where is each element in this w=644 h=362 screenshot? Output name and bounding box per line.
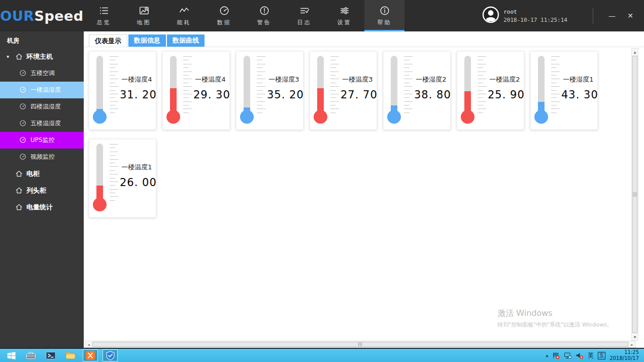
scale-tick bbox=[257, 75, 262, 76]
sidebar-item-列头柜[interactable]: 列头柜 bbox=[0, 182, 84, 199]
scale-tick bbox=[551, 90, 557, 91]
taskbar-clock[interactable]: 11:25 2018/10/17 bbox=[609, 349, 641, 362]
action-center-flag-icon[interactable] bbox=[552, 352, 560, 359]
thermometer-bulb-icon bbox=[93, 198, 107, 211]
nav-item-日志[interactable]: 日志 bbox=[284, 0, 324, 31]
topbar-nav: 总览地图能耗数据警告日志设置帮助 bbox=[84, 0, 404, 31]
scale-tick bbox=[404, 71, 413, 72]
nav-item-帮助[interactable]: 帮助 bbox=[364, 0, 404, 31]
top-bar: OURSpeed 总览地图能耗数据警告日志设置帮助 root 2018-10-1… bbox=[0, 0, 644, 31]
scale-tick bbox=[404, 56, 413, 57]
nav-item-数据[interactable]: 数据 bbox=[204, 0, 244, 31]
system-tray: ▴ bbox=[546, 349, 644, 362]
tab-数据曲线[interactable]: 数据曲线 bbox=[167, 34, 205, 47]
avatar[interactable] bbox=[482, 6, 499, 25]
scale-tick bbox=[478, 86, 486, 87]
scale-tick bbox=[183, 71, 192, 72]
scale-tick bbox=[183, 94, 192, 94]
sidebar-item-四楼温湿度[interactable]: 四楼温湿度 bbox=[0, 98, 84, 115]
scale-tick bbox=[330, 108, 339, 109]
scale-tick bbox=[551, 64, 560, 64]
sidebar-item-电柜[interactable]: 电柜 bbox=[0, 165, 84, 182]
scale-tick bbox=[257, 108, 265, 109]
horizontal-scrollbar[interactable]: ◄ ► bbox=[85, 341, 636, 348]
scale-tick bbox=[330, 64, 339, 64]
scale-tick bbox=[183, 60, 189, 60]
scroll-down-icon[interactable]: ▼ bbox=[632, 334, 638, 340]
taskbar-app-xampp[interactable] bbox=[83, 349, 98, 361]
scale-tick bbox=[404, 90, 410, 91]
scale-tick bbox=[330, 83, 336, 83]
minimize-button[interactable]: — bbox=[605, 12, 619, 20]
home-icon bbox=[15, 187, 23, 194]
thermometer-tube bbox=[317, 56, 324, 112]
taskbar-app-start[interactable] bbox=[4, 349, 19, 361]
network-status-icon[interactable] bbox=[564, 352, 571, 359]
scale-tick bbox=[551, 71, 560, 72]
scroll-left-icon[interactable]: ◄ bbox=[85, 341, 92, 347]
vertical-scrollbar-thumb[interactable] bbox=[632, 56, 637, 333]
thermometer-scale bbox=[478, 56, 486, 113]
nav-item-能耗[interactable]: 能耗 bbox=[164, 0, 204, 31]
user-block[interactable]: root 2018-10-17 11:25:14 bbox=[482, 6, 567, 25]
scale-tick bbox=[183, 101, 192, 102]
gauge-label: 一楼湿度3 bbox=[267, 75, 301, 84]
help-icon bbox=[379, 5, 390, 16]
taskbar-app-server-manager[interactable] bbox=[23, 349, 39, 361]
scale-tick bbox=[183, 75, 189, 76]
scale-tick bbox=[478, 90, 483, 91]
gauge-label: 一楼温度3 bbox=[341, 75, 375, 84]
vertical-scrollbar[interactable]: ▲ ▼ bbox=[631, 48, 638, 341]
scale-tick bbox=[183, 108, 192, 109]
tab-数据信息[interactable]: 数据信息 bbox=[128, 34, 166, 47]
language-indicator[interactable]: 英 bbox=[588, 351, 594, 360]
scroll-right-icon[interactable]: ► bbox=[629, 341, 635, 347]
sidebar-item-电量统计[interactable]: 电量统计 bbox=[0, 199, 84, 215]
horizontal-scrollbar-thumb[interactable] bbox=[92, 342, 628, 347]
scale-tick bbox=[257, 94, 265, 94]
nav-item-总览[interactable]: 总览 bbox=[84, 0, 124, 31]
sidebar-item-视频监控[interactable]: 视频监控 bbox=[0, 149, 84, 165]
sidebar-item-环境主机[interactable]: ▾环境主机 bbox=[0, 48, 84, 65]
thermometer-scale bbox=[257, 56, 265, 113]
hidden-icons-arrow-icon[interactable]: ▴ bbox=[546, 353, 549, 358]
taskbar-app-file-explorer[interactable] bbox=[63, 349, 78, 361]
scale-tick bbox=[404, 101, 413, 102]
sidebar-item-label: 电量统计 bbox=[26, 203, 53, 212]
scale-tick bbox=[110, 182, 118, 182]
scale-tick bbox=[110, 86, 118, 87]
gauge-info: 一楼湿度143. 30 bbox=[561, 75, 595, 101]
gauge-value: 25. 90 bbox=[488, 89, 522, 101]
nav-item-label: 总览 bbox=[97, 19, 111, 26]
security-shield-icon bbox=[106, 351, 115, 360]
nav-item-label: 地图 bbox=[137, 19, 151, 26]
scale-tick bbox=[478, 101, 486, 102]
gauge-small-icon bbox=[19, 136, 27, 144]
scroll-up-icon[interactable]: ▲ bbox=[632, 49, 638, 55]
start-icon bbox=[6, 350, 17, 361]
scale-tick bbox=[110, 83, 115, 83]
sidebar-item-一楼温湿度[interactable]: 一楼温湿度 bbox=[0, 82, 84, 98]
nav-item-设置[interactable]: 设置 bbox=[324, 0, 364, 31]
scale-tick bbox=[110, 178, 115, 178]
taskbar-app-security[interactable] bbox=[103, 349, 118, 361]
thermometer-tube bbox=[244, 56, 250, 112]
gauge-value: 35. 20 bbox=[267, 89, 301, 101]
gauge-info: 一楼温度327. 70 bbox=[341, 75, 375, 101]
nav-item-label: 能耗 bbox=[177, 19, 191, 26]
ime-indicator[interactable]: 五 bbox=[598, 352, 605, 359]
volume-muted-icon[interactable] bbox=[575, 352, 584, 359]
sidebar-item-UPS监控[interactable]: UPS监控 bbox=[0, 132, 84, 149]
nav-item-label: 帮助 bbox=[378, 19, 392, 26]
gauge-card: 一楼温度225. 90 bbox=[457, 51, 524, 130]
scale-tick bbox=[478, 56, 486, 57]
sidebar-item-五楼空调[interactable]: 五楼空调 bbox=[0, 65, 84, 82]
sidebar: 机房 ▾环境主机五楼空调一楼温湿度四楼温湿度五楼温湿度UPS监控视频监控电柜列头… bbox=[0, 31, 84, 348]
scale-tick bbox=[551, 56, 560, 57]
close-button[interactable]: ✕ bbox=[624, 12, 637, 20]
sidebar-item-五楼温湿度[interactable]: 五楼温湿度 bbox=[0, 115, 84, 132]
nav-item-地图[interactable]: 地图 bbox=[124, 0, 164, 31]
tab-仪表显示[interactable]: 仪表显示 bbox=[89, 34, 127, 47]
taskbar-app-powershell[interactable] bbox=[43, 349, 58, 361]
nav-item-警告[interactable]: 警告 bbox=[244, 0, 284, 31]
